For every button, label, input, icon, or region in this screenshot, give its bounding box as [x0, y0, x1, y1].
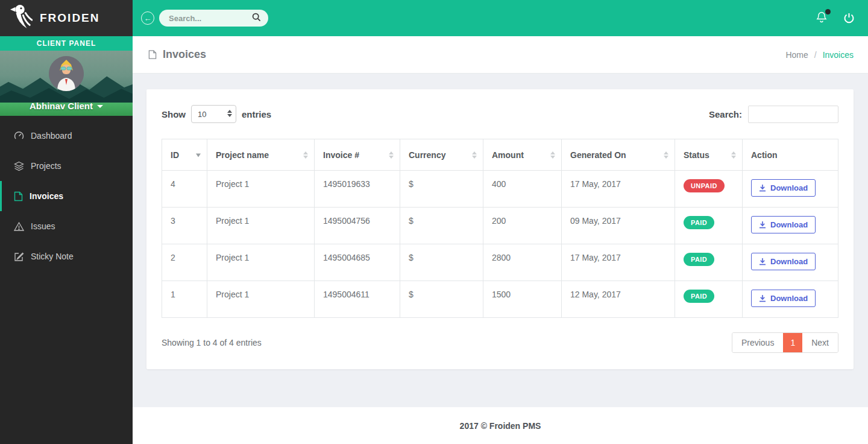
sidebar: FROIDEN CLIENT PANEL Abhinav Client	[0, 0, 133, 444]
download-icon	[759, 294, 766, 302]
page-header: Invoices Home / Invoices	[133, 36, 868, 74]
copyright-text: 2017 © Froiden PMS	[460, 421, 541, 431]
download-button[interactable]: Download	[751, 179, 816, 197]
cell-id: 3	[162, 208, 207, 244]
page-file-icon	[148, 49, 157, 60]
column-header-action: Action	[743, 139, 838, 171]
sidebar-item-dashboard[interactable]: Dashboard	[0, 121, 133, 151]
show-label: Show	[162, 109, 186, 119]
cell-generated: 17 May, 2017	[562, 244, 675, 281]
cell-generated: 17 May, 2017	[562, 171, 675, 208]
global-search-input[interactable]	[169, 14, 247, 23]
cell-amount: 1500	[483, 281, 562, 318]
column-header-generated-on[interactable]: Generated On	[562, 139, 675, 171]
column-header-invoice[interactable]: Invoice #	[315, 139, 400, 171]
sidebar-item-label: Sticky Note	[31, 252, 74, 261]
table-row: 2 Project 1 1495004685 $ 2800 17 May, 20…	[162, 244, 838, 281]
topbar: ←	[133, 0, 868, 36]
sidebar-item-issues[interactable]: Issues	[0, 211, 133, 241]
cell-id: 1	[162, 281, 207, 318]
cell-invoice: 1495004685	[315, 244, 400, 281]
issues-icon	[14, 221, 24, 232]
table-row: 1 Project 1 1495004611 $ 1500 12 May, 20…	[162, 281, 838, 318]
download-button[interactable]: Download	[751, 290, 816, 307]
page-length-select[interactable]: 10	[191, 105, 236, 123]
column-header-id[interactable]: ID	[162, 139, 207, 171]
breadcrumb-home-link[interactable]: Home	[785, 50, 808, 60]
dashboard-icon	[14, 131, 24, 141]
client-panel-banner: CLIENT PANEL	[0, 36, 133, 51]
sort-icon	[472, 151, 477, 159]
user-menu[interactable]: Abhinav Client	[0, 101, 133, 111]
caret-down-icon	[97, 105, 103, 108]
download-button[interactable]: Download	[751, 216, 816, 233]
cell-amount: 200	[483, 208, 562, 244]
sort-icon	[389, 151, 394, 159]
brand-logo-area[interactable]: FROIDEN	[0, 0, 133, 36]
logout-button[interactable]	[843, 12, 855, 24]
column-header-status[interactable]: Status	[675, 139, 743, 171]
profile-section: Abhinav Client	[0, 51, 133, 116]
column-header-project-name[interactable]: Project name	[207, 139, 315, 171]
projects-icon	[14, 161, 24, 171]
pagination-next-button[interactable]: Next	[802, 333, 838, 352]
entries-label: entries	[242, 109, 271, 119]
power-icon	[843, 12, 855, 24]
cell-amount: 2800	[483, 244, 562, 281]
sort-icon	[664, 151, 668, 159]
cell-project: Project 1	[207, 208, 315, 244]
download-icon	[759, 258, 766, 265]
cell-project: Project 1	[207, 244, 315, 281]
page-length-control: Show 10 entries	[162, 105, 271, 123]
table-info: Showing 1 to 4 of 4 entries	[162, 338, 262, 347]
cell-currency: $	[400, 208, 483, 244]
table-search-control: Search:	[709, 106, 838, 123]
cell-generated: 09 May, 2017	[562, 208, 675, 244]
download-icon	[759, 221, 766, 229]
cell-currency: $	[400, 281, 483, 318]
search-icon[interactable]	[252, 13, 261, 24]
global-search	[159, 10, 268, 27]
breadcrumb: Home / Invoices	[785, 50, 854, 60]
table-search-input[interactable]	[748, 106, 838, 123]
cell-currency: $	[400, 171, 483, 208]
sidebar-menu: Dashboard Projects Invoices	[0, 116, 133, 271]
column-header-amount[interactable]: Amount	[483, 139, 562, 171]
sidebar-item-label: Projects	[31, 161, 61, 171]
sidebar-collapse-button[interactable]: ←	[141, 11, 154, 25]
avatar[interactable]	[49, 56, 84, 91]
pagination: Previous 1 Next	[732, 332, 838, 353]
sidebar-item-projects[interactable]: Projects	[0, 151, 133, 181]
column-header-currency[interactable]: Currency	[400, 139, 483, 171]
notification-badge	[825, 9, 831, 14]
invoices-table: ID Project name Invoice # Currency Amoun…	[162, 139, 838, 318]
pagination-page-1-button[interactable]: 1	[783, 333, 802, 352]
notifications-button[interactable]	[816, 11, 828, 26]
main-area: ←	[133, 0, 868, 444]
cell-id: 2	[162, 244, 207, 281]
content-area: Show 10 entries Search:	[133, 74, 868, 407]
cell-currency: $	[400, 244, 483, 281]
sort-icon	[550, 151, 555, 159]
download-button[interactable]: Download	[751, 253, 816, 270]
cell-generated: 12 May, 2017	[562, 281, 675, 318]
sidebar-item-sticky-note[interactable]: Sticky Note	[0, 241, 133, 271]
sidebar-item-label: Issues	[31, 221, 55, 231]
table-row: 3 Project 1 1495004756 $ 200 09 May, 201…	[162, 208, 838, 244]
download-icon	[759, 184, 766, 192]
sort-icon	[303, 151, 308, 159]
table-controls: Show 10 entries Search:	[162, 105, 838, 123]
cell-project: Project 1	[207, 171, 315, 208]
invoices-icon	[14, 191, 23, 201]
sticky-note-icon	[14, 252, 24, 262]
cell-amount: 400	[483, 171, 562, 208]
sort-icon	[731, 151, 736, 159]
pagination-previous-button[interactable]: Previous	[732, 333, 783, 352]
sidebar-item-label: Dashboard	[31, 131, 72, 141]
breadcrumb-current[interactable]: Invoices	[823, 50, 854, 60]
cell-invoice: 1495004611	[315, 281, 400, 318]
sort-desc-icon	[196, 153, 201, 157]
table-footer: Showing 1 to 4 of 4 entries Previous 1 N…	[162, 332, 838, 353]
sidebar-item-invoices[interactable]: Invoices	[0, 181, 133, 211]
page-title: Invoices	[148, 48, 206, 61]
